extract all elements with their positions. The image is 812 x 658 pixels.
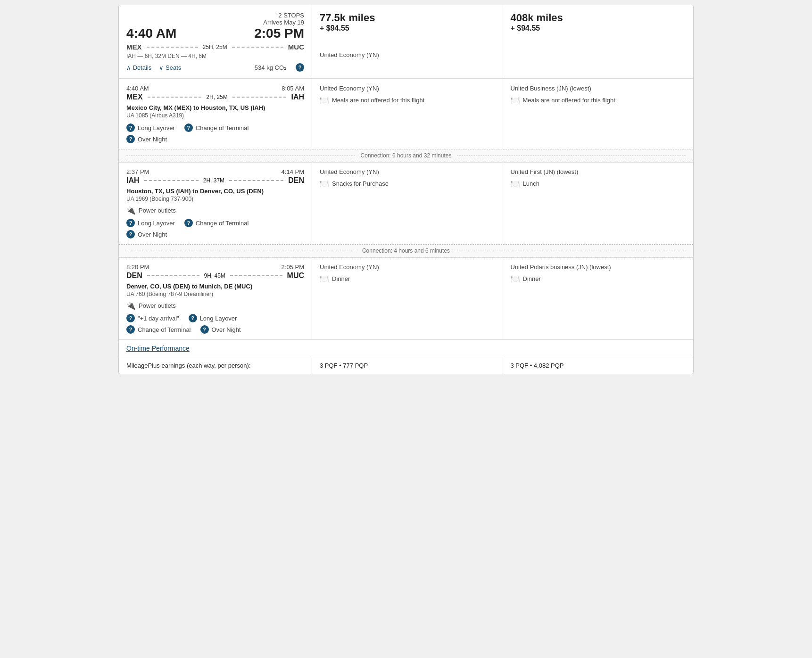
seg2-meal-economy: 🍽️ Snacks for Purchase <box>320 179 495 188</box>
segment3-right: United Polaris business (JN) (lowest) 🍽️… <box>503 258 694 339</box>
seg3-power-row: 🔌 Power outlets <box>126 301 304 310</box>
power-icon-3: 🔌 <box>126 301 136 310</box>
change-terminal-icon-2: ? <box>184 219 193 227</box>
details-link[interactable]: ∧ Details <box>126 64 151 71</box>
segment2-row: 2:37 PM 4:14 PM IAH 2H, 37M DEN Houston,… <box>119 163 693 244</box>
seg1-badge3-label: Over Night <box>138 136 167 143</box>
seg3-badge3-label: Change of Terminal <box>138 326 191 333</box>
seg3-dest: MUC <box>287 271 304 280</box>
segment1-mid: United Economy (YN) 🍽️ Meals are not off… <box>312 79 503 149</box>
seg3-aircraft: UA 760 (Boeing 787-9 Dreamliner) <box>126 291 304 297</box>
seg3-badge-long-layover: ? Long Layover <box>189 314 237 322</box>
seg1-dest: IAH <box>291 93 304 101</box>
seg1-badges: ? Long Layover ? Change of Terminal <box>126 123 304 132</box>
segment2-section: 2:37 PM 4:14 PM IAH 2H, 37M DEN Houston,… <box>119 162 693 244</box>
change-terminal-icon-1: ? <box>184 123 193 132</box>
summary-dep-time: 4:40 AM <box>126 26 176 41</box>
seg1-dep-time: 4:40 AM <box>126 85 149 92</box>
seg1-business-cabin: United Business (JN) (lowest) <box>511 85 686 92</box>
seg2-meal-business: 🍽️ Lunch <box>511 179 686 188</box>
long-layover-icon-3: ? <box>189 314 197 322</box>
overnight-icon-2: ? <box>126 230 135 239</box>
segment1-right: United Business (JN) (lowest) 🍽️ Meals a… <box>503 79 694 149</box>
seg2-aircraft: UA 1969 (Boeing 737-900) <box>126 196 304 202</box>
segment2-left: 2:37 PM 4:14 PM IAH 2H, 37M DEN Houston,… <box>119 163 312 244</box>
mileage-right: 3 PQF • 4,082 PQP <box>503 357 694 374</box>
long-layover-icon-2: ? <box>126 219 135 227</box>
seg3-badge-change-terminal: ? Change of Terminal <box>126 325 191 334</box>
summary-dest: MUC <box>288 43 304 51</box>
summary-duration: 25H, 25M <box>203 44 227 50</box>
arrives-text: Arrives May 19 <box>126 19 304 26</box>
price1-miles: 77.5k miles <box>320 12 495 24</box>
seg1-meal-economy: 🍽️ Meals are not offered for this flight <box>320 96 495 105</box>
power-icon-2: 🔌 <box>126 206 136 215</box>
price2-plus: + $94.55 <box>511 24 686 33</box>
stops-detail: IAH — 6H, 32M DEN — 4H, 6M <box>126 53 304 59</box>
seg3-arr-time: 2:05 PM <box>282 263 304 271</box>
segment3-section: 8:20 PM 2:05 PM DEN 9H, 45M MUC Denver, … <box>119 257 693 339</box>
seg3-economy-cabin: United Economy (YN) <box>320 263 495 271</box>
seg2-badge-overnight: ? Over Night <box>126 230 167 239</box>
seg1-badge-overnight: ? Over Night <box>126 135 167 143</box>
summary-mid: 77.5k miles + $94.55 United Economy (YN) <box>312 5 503 78</box>
overnight-icon-1: ? <box>126 135 135 143</box>
segment2-mid: United Economy (YN) 🍽️ Snacks for Purcha… <box>312 163 503 244</box>
connection2-text: Connection: 4 hours and 6 minutes <box>358 247 454 254</box>
seg3-badge1-label: "+1 day arrival" <box>138 315 179 322</box>
seg3-badge2-label: Long Layover <box>200 315 237 322</box>
summary-arr-time: 2:05 PM <box>254 26 304 41</box>
seg2-origin: IAH <box>126 176 140 185</box>
overnight-icon-3: ? <box>200 325 209 334</box>
seg1-airline-name: Mexico City, MX (MEX) to Houston, TX, US… <box>126 104 304 111</box>
meal-icon-3: 🍽️ <box>320 274 329 283</box>
seg3-origin: DEN <box>126 271 142 280</box>
seg3-dep-time: 8:20 PM <box>126 263 149 271</box>
mileage-row: MileagePlus earnings (each way, per pers… <box>119 357 693 374</box>
seg2-badge3-label: Over Night <box>138 231 167 238</box>
mileage-mid: 3 PQF • 777 PQP <box>312 357 503 374</box>
seg2-business-cabin: United First (JN) (lowest) <box>511 168 686 175</box>
seg2-dest: DEN <box>288 176 304 185</box>
summary-left: 2 STOPS Arrives May 19 4:40 AM 2:05 PM M… <box>119 5 312 78</box>
price1-cabin: United Economy (YN) <box>320 33 495 58</box>
seg2-power-row: 🔌 Power outlets <box>126 206 304 215</box>
connection2-bar: Connection: 4 hours and 6 minutes <box>119 244 693 257</box>
seg1-badge-change-terminal: ? Change of Terminal <box>184 123 249 132</box>
seg1-economy-cabin: United Economy (YN) <box>320 85 495 92</box>
co2-help-icon[interactable]: ? <box>296 63 304 72</box>
meal-icon-2: 🍽️ <box>320 179 329 188</box>
stops-text: 2 STOPS <box>126 12 304 19</box>
on-time-performance-link[interactable]: On-time Performance <box>126 345 190 352</box>
meal-icon-3b: 🍽️ <box>511 274 520 283</box>
summary-right: 408k miles + $94.55 <box>503 5 694 78</box>
meal-icon-1b: 🍽️ <box>511 96 520 105</box>
seg3-badge-plus1day: ? "+1 day arrival" <box>126 314 179 322</box>
seg3-airline-name: Denver, CO, US (DEN) to Munich, DE (MUC) <box>126 283 304 290</box>
seg1-meal-business: 🍽️ Meals are not offered for this flight <box>511 96 686 105</box>
seg2-badges2: ? Over Night <box>126 230 304 239</box>
seg1-arr-time: 8:05 AM <box>282 85 304 92</box>
seg1-badge2-label: Change of Terminal <box>196 124 249 132</box>
seg3-badge-overnight: ? Over Night <box>200 325 241 334</box>
seg3-meal-economy: 🍽️ Dinner <box>320 274 495 283</box>
meal-icon-2b: 🍽️ <box>511 179 520 188</box>
long-layover-icon-1: ? <box>126 123 135 132</box>
seats-link[interactable]: ∨ Seats <box>159 64 181 71</box>
seg2-badge2-label: Change of Terminal <box>196 220 249 227</box>
connection1-bar: Connection: 6 hours and 32 minutes <box>119 149 693 162</box>
seg2-badges: ? Long Layover ? Change of Terminal <box>126 219 304 227</box>
seg1-badge1-label: Long Layover <box>138 124 175 132</box>
price1-plus: + $94.55 <box>320 24 495 33</box>
seg1-origin: MEX <box>126 93 143 101</box>
seg1-duration: 2H, 25M <box>206 94 227 100</box>
seg2-badge-long-layover: ? Long Layover <box>126 219 175 227</box>
meal-icon-1: 🍽️ <box>320 96 329 105</box>
seg2-arr-time: 4:14 PM <box>282 168 304 175</box>
seg2-economy-cabin: United Economy (YN) <box>320 168 495 175</box>
price2-miles: 408k miles <box>511 12 686 24</box>
segment2-right: United First (JN) (lowest) 🍽️ Lunch <box>503 163 694 244</box>
seg3-power-label: Power outlets <box>139 302 176 309</box>
summary-row: 2 STOPS Arrives May 19 4:40 AM 2:05 PM M… <box>119 5 693 79</box>
connection1-text: Connection: 6 hours and 32 minutes <box>357 152 456 159</box>
